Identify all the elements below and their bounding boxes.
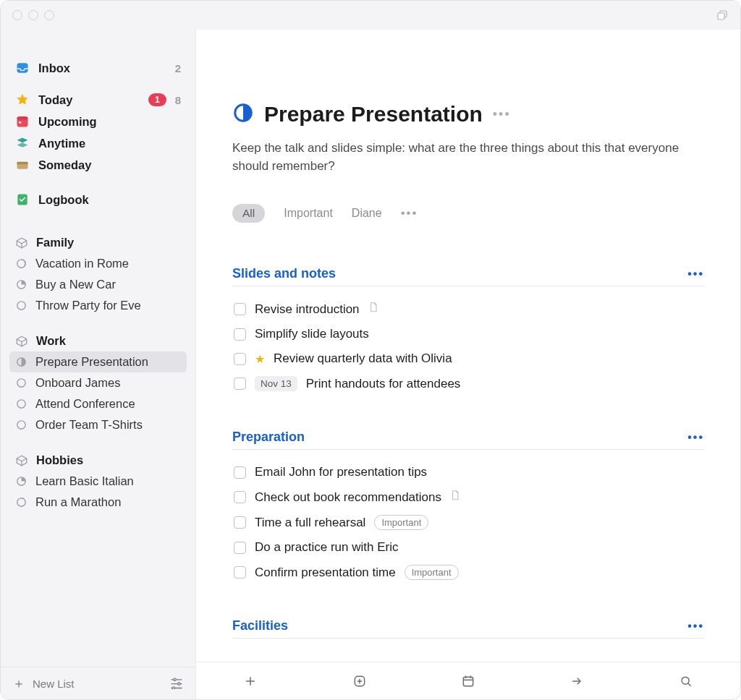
tag-filter-important[interactable]: Important xyxy=(284,207,333,220)
tag-filter-more[interactable]: ••• xyxy=(401,206,418,221)
tag-filter-diane[interactable]: Diane xyxy=(352,207,382,220)
new-todo-button[interactable] xyxy=(236,670,265,693)
heading-more-button[interactable]: ••• xyxy=(687,620,704,633)
zoom-window-button[interactable] xyxy=(44,10,54,20)
area-label: Family xyxy=(36,236,74,249)
project-title[interactable]: Prepare Presentation xyxy=(264,102,483,127)
project-label: Onboard James xyxy=(35,376,120,390)
task-row[interactable]: Revise introduction xyxy=(232,296,704,322)
sidebar-project-learn-basic-italian[interactable]: Learn Basic Italian xyxy=(9,471,187,492)
svg-point-13 xyxy=(17,379,25,387)
svg-point-21 xyxy=(178,683,180,685)
project-more-button[interactable]: ••• xyxy=(493,107,511,122)
star-icon xyxy=(15,93,30,107)
svg-rect-2 xyxy=(17,63,28,72)
task-title: Revise introduction xyxy=(255,302,360,317)
drawer-icon xyxy=(15,158,30,172)
move-button[interactable] xyxy=(562,670,591,693)
task-title: Simplify slide layouts xyxy=(255,327,369,341)
area-label: Work xyxy=(36,334,66,348)
svg-point-23 xyxy=(172,686,174,688)
task-checkbox[interactable] xyxy=(234,303,246,315)
task-row[interactable]: ★ Review quarterly data with Olivia xyxy=(232,346,704,371)
progress-circle-icon xyxy=(15,496,27,508)
search-button[interactable] xyxy=(672,670,700,693)
sidebar-today-label: Today xyxy=(38,93,72,107)
new-heading-button[interactable] xyxy=(345,670,374,693)
task-row[interactable]: Do a practice run with Eric xyxy=(232,535,704,560)
sidebar-today-badge: 1 xyxy=(148,93,166,106)
sidebar-project-order-team-t-shirts[interactable]: Order Team T-Shirts xyxy=(9,414,187,435)
task-row[interactable]: Time a full rehearsal Important xyxy=(232,510,704,535)
tag-filter-all[interactable]: All xyxy=(232,204,265,223)
progress-circle-icon xyxy=(15,419,27,431)
task-row[interactable]: Nov 13 Print handouts for attendees xyxy=(232,371,704,396)
heading-more-button[interactable]: ••• xyxy=(687,268,704,281)
project-label: Throw Party for Eve xyxy=(35,299,141,312)
task-row[interactable]: Confirm presentation time Important xyxy=(232,560,704,585)
task-checkbox[interactable] xyxy=(234,566,246,579)
sidebar-project-prepare-presentation[interactable]: Prepare Presentation xyxy=(9,351,187,372)
logbook-icon xyxy=(15,192,30,207)
task-tag-chip: Important xyxy=(405,565,459,580)
task-checkbox[interactable] xyxy=(234,377,246,390)
task-checkbox[interactable] xyxy=(234,328,246,341)
svg-rect-1 xyxy=(718,13,724,20)
svg-point-35 xyxy=(682,677,689,684)
heading-preparation[interactable]: Preparation ••• xyxy=(232,430,704,450)
settings-icon[interactable] xyxy=(169,676,184,691)
task-checkbox[interactable] xyxy=(234,466,246,479)
heading-more-button[interactable]: ••• xyxy=(687,431,704,444)
task-checkbox[interactable] xyxy=(234,516,246,529)
heading-slides-and-notes[interactable]: Slides and notes ••• xyxy=(232,266,704,286)
stack-icon xyxy=(15,136,30,150)
task-checkbox[interactable] xyxy=(234,353,246,365)
sidebar-upcoming[interactable]: Upcoming xyxy=(9,111,187,132)
heading-label: Facilities xyxy=(232,618,288,633)
project-label: Vacation in Rome xyxy=(35,257,129,270)
sidebar-project-vacation-in-rome[interactable]: Vacation in Rome xyxy=(9,253,187,274)
task-title: Email John for presentation tips xyxy=(255,465,427,479)
new-window-icon[interactable] xyxy=(716,9,729,22)
heading-facilities[interactable]: Facilities ••• xyxy=(232,618,704,639)
close-window-button[interactable] xyxy=(12,10,22,20)
sidebar-upcoming-label: Upcoming xyxy=(38,115,97,129)
svg-rect-4 xyxy=(17,116,28,119)
sidebar-someday[interactable]: Someday xyxy=(9,154,187,176)
sidebar-today[interactable]: Today 1 8 xyxy=(9,89,187,111)
svg-rect-30 xyxy=(463,677,473,686)
sidebar-area-hobbies[interactable]: Hobbies xyxy=(9,450,187,471)
sidebar-project-buy-a-new-car[interactable]: Buy a New Car xyxy=(9,274,187,295)
area-label: Hobbies xyxy=(36,453,83,467)
sidebar-project-throw-party-for-eve[interactable]: Throw Party for Eve xyxy=(9,295,187,316)
task-row[interactable]: Check out book recommendations xyxy=(232,485,704,510)
project-label: Order Team T-Shirts xyxy=(35,418,143,432)
task-title: Review quarterly data with Olivia xyxy=(274,351,452,366)
sidebar-logbook-label: Logbook xyxy=(38,193,89,207)
sidebar-anytime[interactable]: Anytime xyxy=(9,132,187,154)
when-button[interactable] xyxy=(454,670,483,693)
task-checkbox[interactable] xyxy=(234,542,246,554)
sidebar-project-onboard-james[interactable]: Onboard James xyxy=(9,372,187,393)
sidebar-area-work[interactable]: Work xyxy=(9,330,187,351)
project-label: Buy a New Car xyxy=(35,278,116,291)
minimize-window-button[interactable] xyxy=(28,10,38,20)
note-icon xyxy=(368,302,378,317)
progress-circle-icon xyxy=(15,398,27,410)
progress-circle-icon xyxy=(15,475,27,487)
task-checkbox[interactable] xyxy=(234,491,246,503)
task-title: Check out book recommendations xyxy=(255,490,441,505)
new-list-button[interactable]: New List xyxy=(33,678,75,690)
sidebar-logbook[interactable]: Logbook xyxy=(9,189,187,210)
task-row[interactable]: Email John for presentation tips xyxy=(232,460,704,485)
sidebar-project-run-a-marathon[interactable]: Run a Marathon xyxy=(9,492,187,513)
sidebar-project-attend-conference[interactable]: Attend Conference xyxy=(9,393,187,414)
sidebar-inbox[interactable]: Inbox 2 xyxy=(9,57,187,79)
box-icon xyxy=(15,454,28,467)
task-row[interactable]: Simplify slide layouts xyxy=(232,322,704,346)
note-icon xyxy=(450,490,460,505)
project-label: Prepare Presentation xyxy=(35,355,148,369)
sidebar-area-family[interactable]: Family xyxy=(9,232,187,253)
sidebar-someday-label: Someday xyxy=(38,158,91,172)
project-notes[interactable]: Keep the talk and slides simple: what ar… xyxy=(232,140,681,175)
